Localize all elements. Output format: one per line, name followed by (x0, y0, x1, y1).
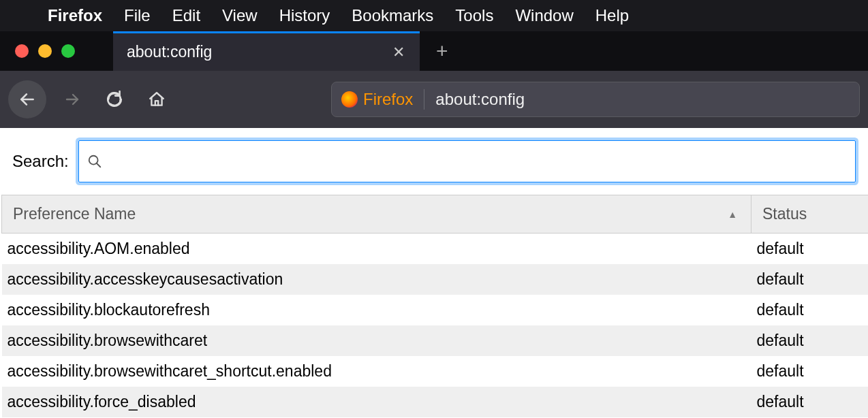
menubar-item-bookmarks[interactable]: Bookmarks (352, 6, 433, 25)
pref-name-cell: accessibility.browsewithcaret (2, 325, 751, 356)
urlbar-separator (424, 89, 424, 110)
firefox-icon (341, 91, 358, 108)
reload-button[interactable] (98, 83, 131, 116)
forward-button[interactable] (56, 83, 89, 116)
about-config-content: Search: Preference Name ▲ Status accessi… (0, 128, 868, 417)
home-icon (148, 91, 166, 108)
pref-name-cell: accessibility.blockautorefresh (2, 295, 751, 325)
table-row[interactable]: accessibility.AOM.enableddefault (2, 234, 869, 265)
search-label: Search: (12, 152, 69, 171)
column-header-status[interactable]: Status (751, 195, 869, 234)
table-row[interactable]: accessibility.force_disableddefault (2, 387, 869, 417)
home-button[interactable] (140, 83, 173, 116)
search-icon (87, 154, 102, 169)
tab-title: about:config (127, 43, 375, 61)
identity-box[interactable]: Firefox (341, 90, 413, 109)
pref-name-cell: accessibility.force_disabled (2, 387, 751, 417)
macos-menubar: Firefox File Edit View History Bookmarks… (0, 0, 868, 31)
menubar-item-file[interactable]: File (124, 6, 151, 25)
svg-line-3 (96, 163, 100, 167)
pref-name-cell: accessibility.AOM.enabled (2, 234, 751, 265)
menubar-app-name[interactable]: Firefox (48, 6, 102, 25)
identity-label: Firefox (363, 90, 413, 109)
menubar-item-edit[interactable]: Edit (172, 6, 200, 25)
pref-status-cell: default (751, 264, 869, 295)
tab-strip: about:config ✕ + (0, 31, 868, 71)
sort-ascending-icon: ▲ (728, 209, 737, 220)
window-close-button[interactable] (15, 44, 29, 58)
browser-tab[interactable]: about:config ✕ (113, 31, 420, 71)
url-text: about:config (435, 90, 525, 109)
arrow-left-icon (18, 91, 36, 108)
pref-name-cell: accessibility.browsewithcaret_shortcut.e… (2, 356, 751, 387)
pref-status-cell: default (751, 325, 869, 356)
pref-status-cell: default (751, 387, 869, 417)
menubar-item-tools[interactable]: Tools (455, 6, 493, 25)
url-bar[interactable]: Firefox about:config (331, 82, 860, 117)
menubar-item-history[interactable]: History (279, 6, 330, 25)
window-zoom-button[interactable] (61, 44, 75, 58)
preferences-table: Preference Name ▲ Status accessibility.A… (1, 195, 868, 417)
search-row: Search: (0, 128, 868, 195)
menubar-item-help[interactable]: Help (595, 6, 629, 25)
arrow-right-icon (64, 91, 80, 108)
table-row[interactable]: accessibility.browsewithcaretdefault (2, 325, 869, 356)
back-button[interactable] (8, 80, 46, 118)
table-row[interactable]: accessibility.accesskeycausesactivationd… (2, 264, 869, 295)
tab-close-icon[interactable]: ✕ (387, 41, 410, 64)
column-header-preference-name[interactable]: Preference Name ▲ (2, 195, 751, 234)
pref-status-cell: default (751, 356, 869, 387)
menubar-item-window[interactable]: Window (515, 6, 573, 25)
reload-icon (106, 91, 123, 108)
search-box[interactable] (78, 140, 856, 182)
menubar-item-view[interactable]: View (222, 6, 258, 25)
window-minimize-button[interactable] (38, 44, 52, 58)
table-row[interactable]: accessibility.blockautorefreshdefault (2, 295, 869, 325)
pref-status-cell: default (751, 234, 869, 265)
pref-status-cell: default (751, 295, 869, 325)
table-row[interactable]: accessibility.browsewithcaret_shortcut.e… (2, 356, 869, 387)
new-tab-button[interactable]: + (436, 41, 448, 61)
pref-name-cell: accessibility.accesskeycausesactivation (2, 264, 751, 295)
window-controls (15, 44, 75, 58)
nav-toolbar: Firefox about:config (0, 71, 868, 128)
search-input[interactable] (109, 141, 847, 182)
